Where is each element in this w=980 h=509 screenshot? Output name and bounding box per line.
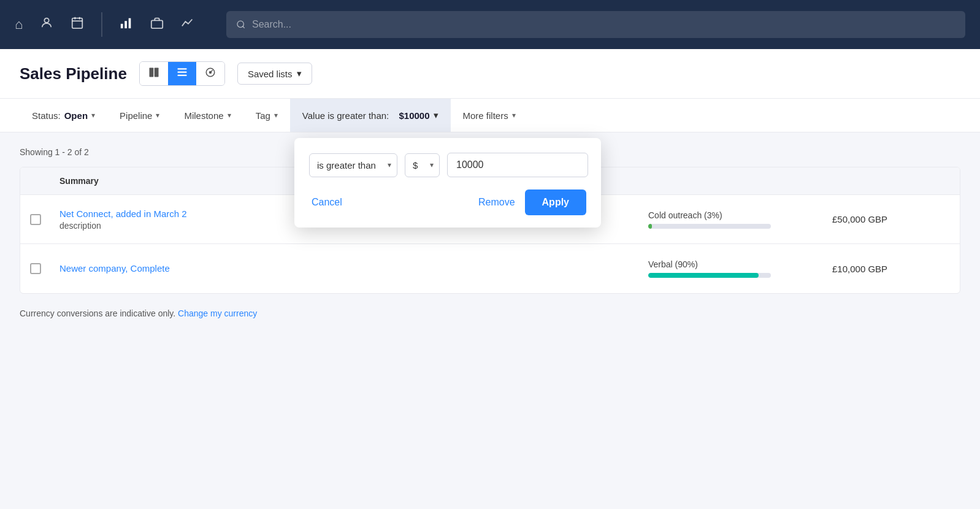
milestone-filter-button[interactable]: Milestone ▾	[172, 99, 243, 132]
calendar-icon[interactable]	[71, 16, 84, 33]
row-checkbox[interactable]	[30, 214, 41, 225]
col-milestone-header	[643, 167, 827, 194]
search-input[interactable]	[252, 19, 955, 30]
row-title-link[interactable]: Net Connect, added in March 2	[59, 209, 187, 219]
progress-bar-fill	[648, 273, 759, 278]
value-filter-label: Value is greater than:	[302, 110, 389, 121]
gauge-view-button[interactable]	[196, 62, 224, 85]
svg-rect-13	[177, 68, 186, 69]
remove-button[interactable]: Remove	[476, 192, 518, 213]
footer-note: Currency conversions are indicative only…	[20, 308, 960, 318]
change-currency-link[interactable]: Change my currency	[178, 308, 257, 318]
status-chevron-icon: ▾	[91, 111, 95, 120]
milestone-label: Verbal (90%)	[648, 259, 822, 269]
person-icon[interactable]	[40, 16, 53, 33]
chart-bar-icon[interactable]	[120, 16, 133, 33]
status-filter-button[interactable]: Status: Open ▾	[20, 99, 107, 132]
value-filter-button[interactable]: Value is greater than: $10000 ▾	[290, 99, 451, 132]
pipeline-filter-label: Pipeline	[120, 110, 152, 121]
svg-rect-12	[155, 68, 159, 77]
svg-point-17	[209, 72, 211, 74]
condition-select-wrapper: is greater than is less than is equal to…	[309, 153, 397, 177]
page-header: Sales Pipeline Saved lists ▾	[0, 49, 980, 99]
kanban-view-button[interactable]	[140, 62, 168, 85]
row-milestone-cell: Cold outreach (3%)	[643, 205, 827, 234]
view-toggles	[139, 61, 225, 86]
tag-filter-label: Tag	[256, 110, 270, 121]
progress-bar-bg	[648, 224, 771, 229]
value-filter-amount: $10000	[399, 110, 429, 121]
svg-point-9	[237, 21, 243, 27]
row-checkbox-cell	[30, 214, 55, 225]
briefcase-icon[interactable]	[150, 16, 164, 33]
trend-icon[interactable]	[181, 16, 194, 33]
nav-icons: ⌂	[15, 12, 194, 37]
row-value-cell: £50,000 GBP	[827, 209, 950, 229]
milestone-label: Cold outreach (3%)	[648, 210, 822, 220]
pipeline-chevron-icon: ▾	[156, 111, 159, 120]
svg-rect-1	[72, 18, 83, 28]
value-filter-dropdown: is greater than is less than is equal to…	[294, 138, 601, 228]
svg-rect-14	[177, 72, 186, 73]
nav-divider	[101, 12, 102, 37]
svg-rect-15	[177, 75, 186, 76]
status-filter-label: Status:	[32, 110, 61, 121]
svg-rect-5	[121, 24, 123, 28]
svg-rect-11	[149, 68, 153, 77]
search-icon	[236, 20, 246, 29]
milestone-filter-label: Milestone	[184, 110, 223, 121]
more-filters-button[interactable]: More filters ▾	[451, 99, 528, 132]
condition-select[interactable]: is greater than is less than is equal to…	[309, 153, 397, 177]
col-value-header	[827, 167, 950, 194]
search-bar	[226, 11, 965, 38]
table-row: Newer company, Complete Verbal (90%) £10…	[20, 244, 960, 293]
apply-button[interactable]: Apply	[525, 189, 586, 215]
saved-lists-chevron: ▾	[297, 68, 302, 79]
currency-note-text: Currency conversions are indicative only…	[20, 308, 175, 318]
filter-bar: Status: Open ▾ Pipeline ▾ Milestone ▾ Ta…	[0, 99, 980, 132]
list-view-button[interactable]	[168, 62, 196, 85]
svg-line-10	[243, 26, 245, 28]
more-filters-label: More filters	[463, 110, 508, 121]
pipeline-filter-button[interactable]: Pipeline ▾	[107, 99, 172, 132]
saved-lists-dropdown[interactable]: Saved lists ▾	[237, 63, 313, 85]
milestone-chevron-icon: ▾	[228, 111, 231, 120]
svg-rect-7	[129, 18, 131, 28]
currency-select[interactable]: $ £ €	[405, 153, 440, 177]
progress-bar-fill	[648, 224, 652, 229]
page-title: Sales Pipeline	[20, 64, 127, 83]
svg-rect-6	[125, 21, 128, 28]
row-checkbox-cell	[30, 263, 55, 274]
row-checkbox[interactable]	[30, 263, 41, 274]
row-title-link[interactable]: Newer company, Complete	[59, 263, 170, 274]
filter-actions-right: Remove Apply	[476, 189, 586, 215]
top-nav: ⌂	[0, 0, 980, 49]
svg-point-0	[45, 18, 49, 23]
value-chevron-icon: ▾	[434, 110, 438, 121]
row-milestone-cell: Verbal (90%)	[643, 255, 827, 283]
more-filters-chevron-icon: ▾	[512, 111, 516, 120]
tag-filter-button[interactable]: Tag ▾	[243, 99, 290, 132]
filter-row: is greater than is less than is equal to…	[309, 153, 586, 177]
tag-chevron-icon: ▾	[274, 111, 278, 120]
filter-actions: Cancel Remove Apply	[309, 189, 586, 215]
progress-bar-bg	[648, 273, 771, 278]
col-checkbox-header	[30, 167, 55, 194]
filter-value-input[interactable]	[447, 153, 588, 177]
status-filter-value: Open	[64, 110, 88, 121]
cancel-button[interactable]: Cancel	[309, 192, 345, 213]
svg-rect-8	[151, 20, 163, 28]
home-icon[interactable]: ⌂	[15, 17, 23, 33]
row-value-cell: £10,000 GBP	[827, 259, 950, 279]
row-summary-cell: Newer company, Complete	[55, 256, 643, 281]
currency-select-wrapper: $ £ € ▾	[405, 153, 440, 177]
saved-lists-label: Saved lists	[248, 69, 293, 79]
